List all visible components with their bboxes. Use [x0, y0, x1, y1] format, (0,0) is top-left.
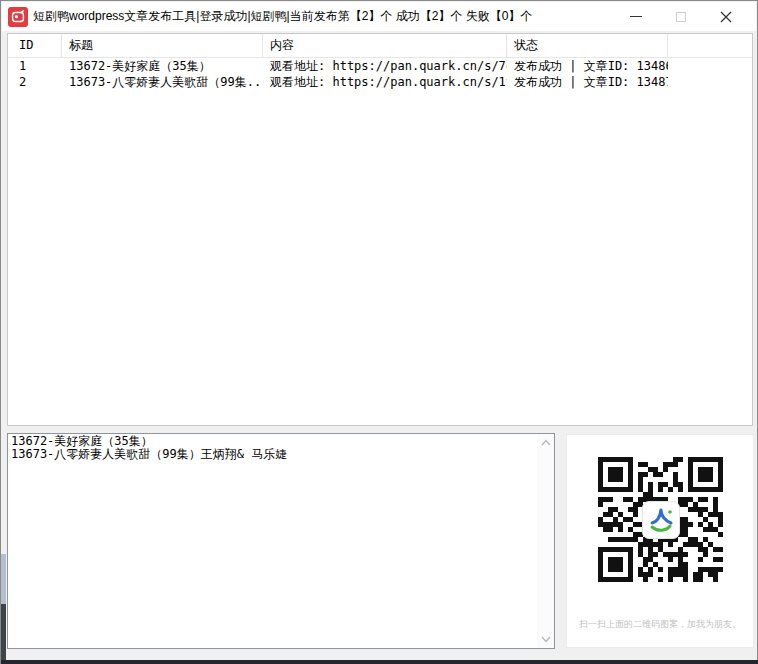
cell-content: 观看地址: https://pan.quark.cn/s/7c...	[263, 58, 507, 74]
publish-results-table: ID 标题 内容 状态 1 13672-美好家庭（35集） 观看地址: http…	[7, 33, 753, 426]
column-header-content[interactable]: 内容	[263, 34, 507, 57]
cell-title: 13672-美好家庭（35集）	[62, 58, 263, 74]
column-header-title[interactable]: 标题	[62, 34, 263, 57]
duck-icon	[9, 8, 27, 26]
log-text: 13672-美好家庭（35集） 13673-八零娇妻人美歌甜（99集）王炳翔& …	[8, 434, 537, 648]
scroll-up-button[interactable]	[537, 434, 554, 451]
close-button[interactable]	[703, 2, 748, 31]
cell-id: 1	[8, 58, 62, 74]
titlebar[interactable]: 短剧鸭wordpress文章发布工具|登录成功|短剧鸭|当前发布第【2】个 成功…	[2, 2, 756, 31]
table-row[interactable]: 1 13672-美好家庭（35集） 观看地址: https://pan.quar…	[8, 58, 752, 74]
qr-center-logo	[642, 501, 680, 539]
log-textarea[interactable]: 13672-美好家庭（35集） 13673-八零娇妻人美歌甜（99集）王炳翔& …	[7, 433, 555, 649]
log-scrollbar[interactable]	[537, 434, 554, 648]
minimize-button[interactable]	[613, 2, 658, 31]
cell-status: 发布成功 | 文章ID: 13486	[507, 58, 668, 74]
column-header-status[interactable]: 状态	[507, 34, 668, 57]
chevron-down-icon	[540, 636, 552, 643]
close-icon	[720, 11, 732, 23]
column-header-id[interactable]: ID	[8, 34, 62, 57]
qr-caption: 扫一扫上面的二维码图案，加我为朋友。	[567, 618, 753, 631]
qr-panel: 扫一扫上面的二维码图案，加我为朋友。	[566, 434, 754, 648]
window-controls	[613, 2, 748, 31]
maximize-button	[658, 2, 703, 31]
background-artifact	[1, 554, 6, 604]
cell-id: 2	[8, 74, 62, 90]
cell-status: 发布成功 | 文章ID: 13487	[507, 74, 668, 90]
chevron-up-icon	[540, 439, 552, 446]
app-logo-icon	[8, 7, 28, 27]
window-title: 短剧鸭wordpress文章发布工具|登录成功|短剧鸭|当前发布第【2】个 成功…	[33, 8, 613, 25]
scroll-down-button[interactable]	[537, 631, 554, 648]
cell-content: 观看地址: https://pan.quark.cn/s/1f...	[263, 74, 507, 90]
table-row[interactable]: 2 13673-八零娇妻人美歌甜（99集... 观看地址: https://pa…	[8, 74, 752, 90]
app-window: 短剧鸭wordpress文章发布工具|登录成功|短剧鸭|当前发布第【2】个 成功…	[0, 0, 758, 664]
maximize-icon	[676, 12, 686, 22]
table-header: ID 标题 内容 状态	[8, 34, 752, 58]
column-header-filler	[668, 34, 752, 57]
brand-logo-icon	[647, 506, 675, 534]
background-artifact	[1, 604, 6, 664]
window-bottom-edge	[1, 660, 758, 664]
cell-title: 13673-八零娇妻人美歌甜（99集...	[62, 74, 263, 90]
minimize-icon	[630, 16, 642, 18]
